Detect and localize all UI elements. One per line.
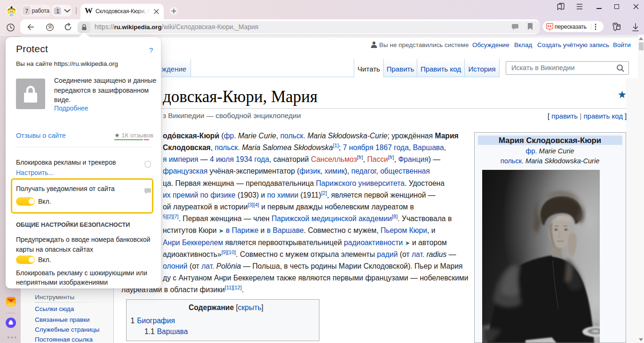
svg-text:Я: Я [48,24,51,30]
